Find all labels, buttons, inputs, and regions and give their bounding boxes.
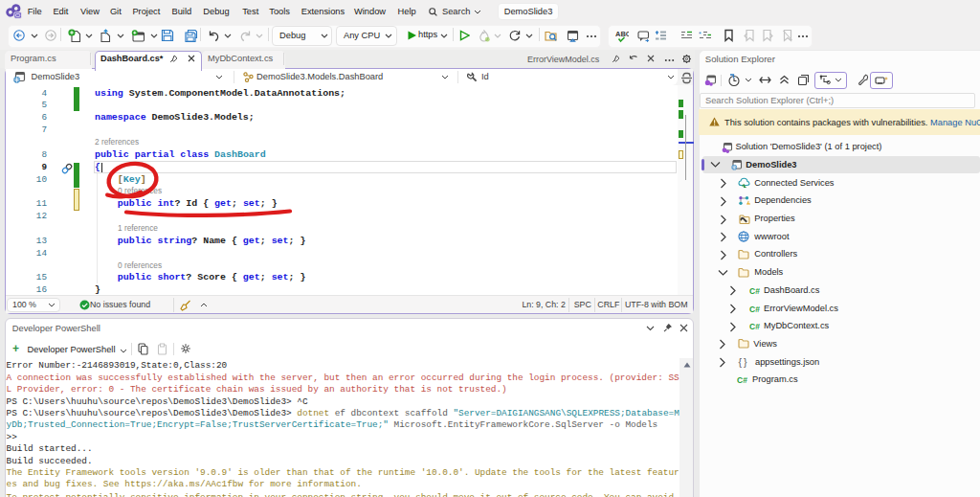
svg-text:ABC: ABC [615, 30, 629, 38]
svg-text:*: * [699, 31, 702, 37]
svg-text:{ }: { } [739, 356, 748, 368]
